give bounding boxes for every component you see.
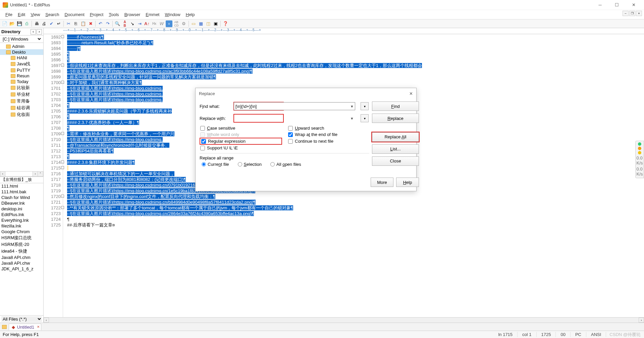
file-item[interactable]: 111.html <box>0 183 43 189</box>
file-item[interactable]: Java8 API.chm <box>0 255 43 260</box>
code-line[interactable]: -·![在这里插入图片描述](https://img-blog.csdnimg.… <box>63 199 644 205</box>
menu-view[interactable]: View <box>28 11 43 18</box>
split-icon[interactable]: ◫ <box>205 20 212 27</box>
file-item[interactable]: JDK_API_1_6_z <box>0 266 43 272</box>
find-expand-button[interactable]: ▾ <box>361 102 369 110</box>
menu-edit[interactable]: Edit <box>15 11 28 18</box>
redo-icon[interactable]: ↷ <box>104 20 111 27</box>
file-item[interactable]: EditPlus.lnk <box>0 212 43 217</box>
mdi-minimize[interactable]: – <box>623 11 629 16</box>
replace-icon[interactable]: AB <box>121 20 128 27</box>
print-icon[interactable]: 🖶 <box>33 20 40 27</box>
tree-item[interactable]: PuTTY <box>0 67 43 73</box>
file-item[interactable]: Google Chrom <box>0 229 43 234</box>
code-line[interactable]: -·超卖问题是典型的多线程安全问题，针对这一问题的常见解决方案就是加锁¶ <box>63 74 644 80</box>
wrap-eof-checkbox[interactable]: Wrap at the end of file <box>288 132 369 137</box>
menu-tools[interactable]: Tools <box>106 11 121 18</box>
save-all-icon[interactable]: ⎙ <box>23 20 30 27</box>
hscroll-left[interactable]: ‹ <box>44 318 49 323</box>
close-button[interactable]: ✕ <box>626 0 641 10</box>
find-icon[interactable]: 🔍 <box>114 20 121 27</box>
file-item[interactable]: DBeaver.lnk <box>0 200 43 206</box>
indent-icon[interactable]: ⇥ <box>136 20 143 27</box>
range-all-open-radio[interactable]: All open files <box>270 162 301 167</box>
menu-browser[interactable]: Browser <box>122 11 143 18</box>
file-item[interactable]: Everything.lnk <box>0 217 43 223</box>
hscroll-right[interactable]: › <box>639 318 644 323</box>
window-icon[interactable]: ▭ <box>190 20 197 27</box>
help-button[interactable]: Help <box>396 178 419 187</box>
print-preview-icon[interactable]: 🖨 <box>41 20 47 27</box>
folder-tree[interactable]: AdminDesktoHANIJava找PuTTYResunToday比较新毕业… <box>0 43 43 177</box>
regex-checkbox[interactable]: Regular expression <box>200 138 281 144</box>
terminal-icon[interactable]: ▣ <box>212 20 219 27</box>
file-filter-select[interactable]: All Files (*.*) <box>1 316 42 322</box>
find-button[interactable]: Find <box>372 102 419 111</box>
menu-window[interactable]: Window <box>162 11 183 18</box>
list-button[interactable]: List... <box>372 144 419 154</box>
case-sensitive-checkbox[interactable]: Case sensitive <box>200 126 281 131</box>
code-line[interactable]: -·然后修改nginx的conf目录下的nginx.conf文件，配置反向代理和… <box>63 194 644 199</box>
file-item[interactable]: HSRM接口总统 <box>0 234 43 241</box>
copy-icon[interactable]: ⎘ <box>72 20 79 27</box>
tree-scroll-left[interactable]: ‹ <box>0 171 5 177</box>
tree-item[interactable]: 比较新 <box>0 84 43 91</box>
drive-select[interactable]: [C:] Windows <box>1 36 42 42</box>
spellcheck-icon[interactable]: ✔ <box>48 20 55 27</box>
dir-back-button[interactable]: ‹ <box>31 29 36 35</box>
save-icon[interactable]: 💾 <box>16 20 23 27</box>
menu-search[interactable]: Search <box>43 11 62 18</box>
paste-icon[interactable]: 📋 <box>80 20 87 27</box>
tree-item[interactable]: 常用备 <box>0 98 43 105</box>
delete-icon[interactable]: ✖ <box>87 20 94 27</box>
maximize-button[interactable]: ☐ <box>609 0 625 10</box>
code-line[interactable]: ##·后序请看下一篇文章¤ <box>63 222 644 228</box>
tree-item[interactable]: Admin <box>0 44 43 49</box>
code-line[interactable]: ············return·Result.fail("秒杀券已经不足"… <box>63 40 644 46</box>
help-icon[interactable]: ❓ <box>222 20 229 27</box>
menu-document[interactable]: Document <box>62 11 87 18</box>
mdi-restore[interactable]: ❐ <box>629 11 635 16</box>
range-selection-radio[interactable]: Selection <box>238 162 262 167</box>
file-item[interactable]: filezilla.lnk <box>0 223 43 229</box>
tree-item[interactable]: 硅谷调 <box>0 105 43 111</box>
code-line[interactable]: -·![在这里插入图片描述](https://img-blog.csdnimg.… <box>63 68 644 74</box>
new-icon[interactable]: 📄 <box>1 20 8 27</box>
tree-item[interactable]: HANI <box>0 55 43 61</box>
cut-icon[interactable]: ✂ <box>65 20 72 27</box>
code-line[interactable]: -·![在这里插入图片描述](https://img-blog.csdnimg.… <box>63 211 644 216</box>
upward-search-checkbox[interactable]: Upward search <box>288 126 369 131</box>
file-item[interactable]: HSRM系统-20 <box>0 241 43 248</box>
tree-item[interactable]: Resun <box>0 73 43 79</box>
code-line[interactable]: -·假设线程1过来查询库存，判断出来库存大于1，正准备去扣减库存，但是还没有来得… <box>63 63 644 68</box>
replace-all-button[interactable]: Replace All <box>372 132 419 142</box>
replace-expand-button[interactable]: ▾ <box>361 114 369 122</box>
hex-icon[interactable]: Hx <box>151 20 158 27</box>
tab-close-icon[interactable]: ✕ <box>37 325 40 329</box>
tree-item[interactable]: Java找 <box>0 61 43 67</box>
code-line[interactable]: ········if·(!success){¶ <box>63 34 644 40</box>
close-dialog-button[interactable]: Close <box>372 156 419 166</box>
undo-icon[interactable]: ↶ <box>97 20 104 27</box>
mdi-close[interactable]: × <box>636 11 642 16</box>
more-button[interactable]: More <box>371 178 393 187</box>
column-icon[interactable]: ABCD <box>173 20 180 27</box>
code-line[interactable]: ¶ <box>63 51 644 57</box>
tree-scroll-right[interactable]: › <box>33 171 38 177</box>
code-line[interactable]: ¶ <box>63 57 644 63</box>
continue-next-checkbox[interactable]: Continue to next file <box>288 138 369 144</box>
file-item[interactable]: Java8 API.chw <box>0 260 43 266</box>
open-icon[interactable]: 📂 <box>9 20 15 27</box>
minimize-button[interactable]: ─ <box>592 0 608 10</box>
word-icon[interactable]: W <box>158 20 165 27</box>
replace-button[interactable]: Replace <box>372 114 419 123</box>
hl-icon[interactable]: ≡ <box>166 20 172 27</box>
dialog-close-icon[interactable]: ✕ <box>409 91 413 96</box>
menu-project[interactable]: Project <box>87 11 106 18</box>
tab-untitled1[interactable]: ◆ Untitled1 ✕ <box>9 324 41 330</box>
file-list[interactable]: 111.html111.html.bakClash for WindDBeave… <box>0 183 43 316</box>
font-bigger-icon[interactable]: A↑ <box>144 20 150 27</box>
settings-icon[interactable]: ⚙ <box>180 20 187 27</box>
file-item[interactable]: idea64 - 快捷 <box>0 248 43 255</box>
wrap-icon[interactable]: ↵ <box>55 20 62 27</box>
